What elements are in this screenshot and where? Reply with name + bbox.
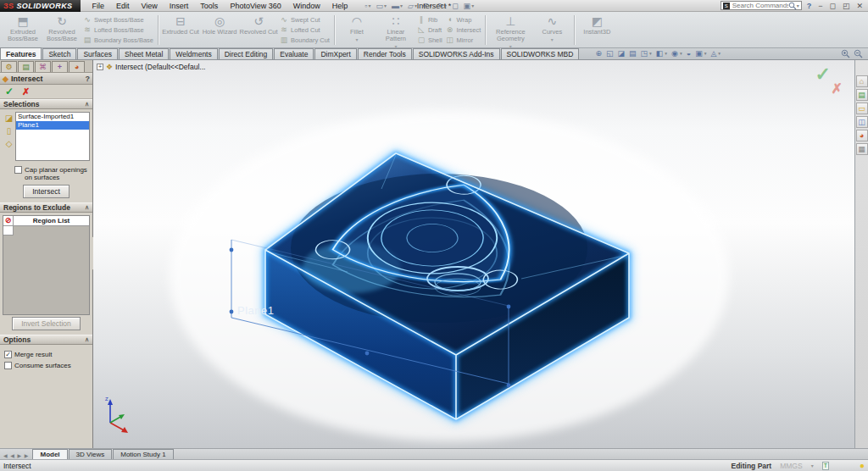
tab-direct-editing[interactable]: Direct Editing <box>219 48 274 59</box>
boundary-cut-button[interactable]: ▥Boundary Cut <box>280 36 330 44</box>
tab-features[interactable]: Features <box>0 47 42 59</box>
open-button[interactable]: ▭▾ <box>376 2 387 10</box>
swept-cut-button[interactable]: ∿Swept Cut <box>280 16 330 24</box>
consume-surfaces-checkbox[interactable] <box>4 362 12 369</box>
propertymanager-tab[interactable]: ▤ <box>18 61 34 72</box>
menu-insert[interactable]: Insert <box>164 2 195 10</box>
tab-sketch[interactable]: Sketch <box>42 48 76 59</box>
extruded-boss-button[interactable]: ⬒Extruded Boss/Base <box>3 14 42 47</box>
lofted-boss-button[interactable]: ≋Lofted Boss/Base <box>83 26 153 34</box>
instant3d-button[interactable]: ◩Instant3D <box>577 14 616 47</box>
restore-button[interactable]: ◻ <box>827 2 837 10</box>
cap-openings-checkbox[interactable] <box>14 166 22 174</box>
close-button[interactable]: ✕ <box>854 2 865 10</box>
tab-model[interactable]: Model <box>32 449 67 459</box>
zoom-in-icon[interactable] <box>841 49 850 58</box>
options-button[interactable]: ▣▾ <box>464 2 475 10</box>
appearances-icon[interactable]: ◕ <box>856 130 868 141</box>
search-input[interactable] <box>732 2 788 9</box>
swept-boss-button[interactable]: ∿Swept Boss/Base <box>83 16 153 24</box>
search-commands-box[interactable]: S ▾ <box>721 1 802 10</box>
print-button[interactable]: ▱▾ <box>408 2 417 10</box>
tab-render-tools[interactable]: Render Tools <box>358 48 412 59</box>
region-list-table[interactable]: ⊘ Region List <box>3 215 90 315</box>
custom-properties-tag-icon[interactable]: T <box>822 462 829 470</box>
view-orientation-icon[interactable]: ◳ <box>641 49 648 58</box>
revolved-boss-button[interactable]: ↻Revolved Boss/Base <box>42 14 81 47</box>
reference-geometry-button[interactable]: ⊥Reference Geometry▾ <box>488 14 532 47</box>
tree-root-label[interactable]: Intersect (Default<<Defaul... <box>115 63 205 71</box>
options-group-header[interactable]: Options ∧ <box>0 335 92 345</box>
graphics-viewport[interactable]: Plane1 Z + ❖ Intersect (Default<<Defaul. <box>93 60 854 448</box>
search-dropdown-icon[interactable]: ▾ <box>797 3 799 8</box>
rib-button[interactable]: ∥Rib <box>417 16 442 24</box>
extruded-cut-button[interactable]: ⊟Extruded Cut <box>161 14 200 47</box>
boundary-boss-button[interactable]: ▤Boundary Boss/Base <box>83 36 153 44</box>
pm-help-button[interactable]: ? <box>86 75 91 83</box>
view-palette-icon[interactable]: ◫ <box>856 116 868 128</box>
configurationmanager-tab[interactable]: ⌘ <box>35 61 51 72</box>
merge-result-checkbox[interactable]: ✓ <box>4 351 12 358</box>
tab-surfaces[interactable]: Surfaces <box>77 48 118 59</box>
tab-motion-study-1[interactable]: Motion Study 1 <box>113 449 173 459</box>
menu-help[interactable]: Help <box>326 2 354 10</box>
selections-group-header[interactable]: Selections ∧ <box>0 99 92 109</box>
revolved-cut-button[interactable]: ↺Revolved Cut <box>239 14 278 47</box>
tab-dimxpert[interactable]: DimXpert <box>314 48 356 59</box>
wrap-button[interactable]: ◖Wrap <box>446 16 481 24</box>
tree-expand-icon[interactable]: + <box>97 64 103 70</box>
menu-view[interactable]: View <box>135 2 163 10</box>
curves-button[interactable]: ∿Curves▾ <box>532 14 571 47</box>
intersect-action-button[interactable]: Intersect <box>23 185 70 198</box>
displaymanager-tab[interactable]: ◕ <box>69 61 85 72</box>
list-item-surface-imported1[interactable]: Surface-Imported1 <box>16 113 89 121</box>
hide-show-items-icon[interactable]: ◉ <box>671 49 678 58</box>
linear-pattern-button[interactable]: ∷Linear Pattern▾ <box>376 14 415 47</box>
fillet-button[interactable]: ◠Fillet▾ <box>337 14 376 47</box>
dimxpertmanager-tab[interactable]: + <box>52 61 68 72</box>
section-view-icon[interactable]: ▤ <box>629 49 637 58</box>
mirror-button[interactable]: ◫Mirror <box>446 36 481 44</box>
custom-properties-icon[interactable]: ▦ <box>856 143 868 155</box>
minimize-button[interactable]: − <box>816 2 824 10</box>
task-home-icon[interactable]: ⌂ <box>856 75 868 87</box>
confirm-cancel-button[interactable]: ✗ <box>832 80 843 97</box>
design-library-icon[interactable]: ▤ <box>856 89 868 101</box>
confirm-ok-button[interactable]: ✓ <box>815 64 831 86</box>
tab-3d-views[interactable]: 3D Views <box>69 449 113 459</box>
edit-appearance-icon[interactable]: ◒ <box>687 49 691 58</box>
draft-button[interactable]: ◺Draft <box>417 26 442 34</box>
doc-restore-button[interactable]: ◰ <box>841 2 852 10</box>
edge-selection-icon[interactable]: ◪ <box>5 114 13 123</box>
previous-view-icon[interactable]: ◪ <box>618 49 626 58</box>
menu-photoview[interactable]: PhotoView 360 <box>224 2 287 10</box>
rebuild-button[interactable]: ◻ <box>452 2 458 10</box>
intersect-button[interactable]: ⊗Intersect <box>446 26 481 34</box>
selection-listbox[interactable]: Surface-Imported1 Plane1 <box>15 112 90 161</box>
surface-body-icon[interactable]: ◇ <box>6 139 13 148</box>
tab-solidworks-addins[interactable]: SOLIDWORKS Add-Ins <box>413 48 500 59</box>
menu-edit[interactable]: Edit <box>110 2 136 10</box>
tab-evaluate[interactable]: Evaluate <box>274 48 314 59</box>
invert-selection-button[interactable]: Invert Selection <box>12 317 81 330</box>
save-button[interactable]: ▬▾ <box>392 2 403 10</box>
tab-sheet-metal[interactable]: Sheet Metal <box>119 48 169 59</box>
display-style-icon[interactable]: ◧ <box>656 49 664 58</box>
menu-file[interactable]: File <box>86 2 110 10</box>
redo-button[interactable]: ↷▾ <box>437 2 448 10</box>
units-label[interactable]: MMGS <box>780 462 802 470</box>
zoom-out-icon[interactable] <box>854 49 863 58</box>
help-button[interactable]: ? <box>805 2 814 10</box>
zoom-area-icon[interactable]: ◱ <box>606 49 614 58</box>
view-settings-icon[interactable]: ◬ <box>710 49 716 58</box>
solid-body-icon[interactable]: ▯ <box>7 126 12 136</box>
pm-ok-button[interactable]: ✓ <box>5 86 14 97</box>
list-item-plane1[interactable]: Plane1 <box>16 121 89 130</box>
feature-tree-flyout[interactable]: + ❖ Intersect (Default<<Defaul... <box>97 63 205 71</box>
menu-tools[interactable]: Tools <box>194 2 224 10</box>
menu-window[interactable]: Window <box>287 2 326 10</box>
regions-group-header[interactable]: Regions to Exclude ∧ <box>0 202 92 213</box>
tab-scroll-buttons[interactable]: ◀ ◀ ▶ ▶ <box>0 452 32 459</box>
apply-scene-icon[interactable]: ▣ <box>695 49 703 58</box>
new-document-button[interactable]: ▫▾ <box>364 2 370 10</box>
